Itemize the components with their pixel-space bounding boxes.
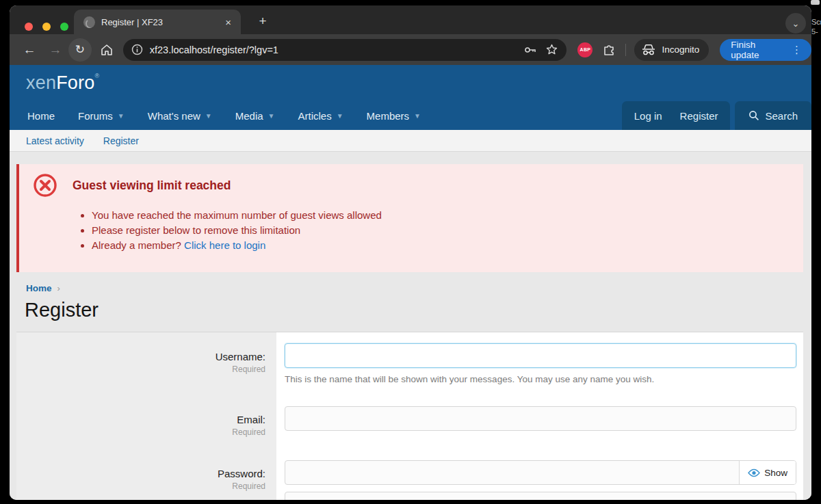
incognito-label: Incognito bbox=[662, 44, 699, 55]
password-input-cell: Show bbox=[276, 460, 803, 492]
page-content: Guest viewing limit reached You have rea… bbox=[10, 152, 811, 500]
username-label: Username: bbox=[16, 351, 265, 362]
window-controls bbox=[25, 23, 68, 31]
chevron-down-icon: ▼ bbox=[268, 112, 275, 120]
eye-icon bbox=[748, 468, 760, 477]
reload-button[interactable]: ↻ bbox=[68, 38, 92, 62]
browser-menu-kebab-icon[interactable]: ⋮ bbox=[786, 44, 807, 56]
browser-toolbar: ← → ↻ xf23.localhost/register/?lgv=1 bbox=[10, 34, 811, 65]
finish-update-label: Finish update bbox=[731, 40, 786, 60]
search-label: Search bbox=[765, 110, 798, 122]
registration-form: Username: Required This is the name that… bbox=[16, 332, 803, 500]
password-input-group: Show bbox=[285, 460, 796, 485]
guest-limit-error-banner: Guest viewing limit reached You have rea… bbox=[16, 164, 803, 272]
confirm-password-input[interactable] bbox=[285, 492, 796, 500]
password-required: Required bbox=[16, 481, 265, 491]
url-text[interactable]: xf23.localhost/register/?lgv=1 bbox=[150, 44, 516, 55]
chevron-down-icon: ▼ bbox=[205, 112, 212, 120]
tab-search-button[interactable]: ⌄ bbox=[785, 13, 806, 34]
error-member-prefix: Already a member? bbox=[92, 239, 184, 251]
logo-reg-mark: ® bbox=[94, 72, 99, 79]
breadcrumb-home-link[interactable]: Home bbox=[26, 283, 52, 293]
password-manager-icon[interactable] bbox=[523, 43, 537, 57]
incognito-icon bbox=[641, 44, 656, 56]
forward-button[interactable]: → bbox=[45, 42, 66, 57]
error-circle-x-icon bbox=[33, 173, 57, 198]
xenforo-logo[interactable]: xenForo® bbox=[26, 72, 99, 94]
tab-strip: Register | XF23 × + ⌄ bbox=[10, 5, 811, 34]
browser-tab[interactable]: Register | XF23 × bbox=[74, 10, 241, 34]
page-title: Register bbox=[25, 299, 803, 321]
password-input[interactable] bbox=[285, 461, 739, 484]
nav-item-members[interactable]: Members▼ bbox=[367, 110, 421, 122]
chevron-right-icon: › bbox=[57, 283, 60, 293]
main-navigation: Home Forums▼ What's new▼ Media▼ Articles… bbox=[10, 101, 811, 130]
username-hint: This is the name that will be shown with… bbox=[285, 374, 796, 384]
finish-update-button[interactable]: Finish update ⋮ bbox=[720, 39, 811, 61]
address-bar[interactable]: xf23.localhost/register/?lgv=1 bbox=[123, 39, 567, 61]
subnav-latest-activity[interactable]: Latest activity bbox=[26, 135, 84, 146]
search-button[interactable]: Search bbox=[735, 101, 811, 130]
email-input[interactable] bbox=[285, 406, 796, 431]
nav-item-media[interactable]: Media▼ bbox=[235, 110, 275, 122]
desktop-icon-fragment bbox=[811, 0, 820, 5]
username-required: Required bbox=[16, 364, 265, 374]
subnav-register[interactable]: Register bbox=[103, 135, 139, 146]
desktop-label-fragment: 5- bbox=[811, 27, 818, 36]
username-input-cell: This is the name that will be shown with… bbox=[276, 332, 803, 406]
home-icon bbox=[100, 43, 114, 57]
home-button[interactable] bbox=[96, 43, 118, 57]
desktop-label-fragment: Scr bbox=[811, 18, 821, 27]
site-header: xenForo® bbox=[10, 65, 811, 101]
error-message-list: You have reached the maximum number of g… bbox=[92, 208, 790, 253]
show-password-button[interactable]: Show bbox=[739, 461, 796, 484]
incognito-badge: Incognito bbox=[634, 39, 709, 61]
logo-foro: Foro bbox=[56, 72, 94, 93]
login-link[interactable]: Log in bbox=[634, 110, 662, 122]
chevron-down-icon: ▼ bbox=[337, 112, 343, 120]
email-input-cell bbox=[276, 406, 803, 460]
chevron-down-icon: ▼ bbox=[118, 112, 125, 120]
browser-window: Register | XF23 × + ⌄ ← → ↻ bbox=[10, 5, 811, 500]
username-input[interactable] bbox=[285, 343, 796, 368]
bookmark-star-icon[interactable] bbox=[545, 43, 558, 56]
search-icon bbox=[748, 110, 759, 121]
reload-icon: ↻ bbox=[75, 42, 85, 57]
error-item: Already a member? Click here to login bbox=[92, 238, 790, 253]
tab-close-icon[interactable]: × bbox=[222, 15, 234, 29]
show-password-label: Show bbox=[764, 468, 787, 478]
zoom-window-button[interactable] bbox=[60, 23, 68, 31]
nav-item-forums[interactable]: Forums▼ bbox=[78, 110, 125, 122]
register-link[interactable]: Register bbox=[680, 110, 718, 122]
nav-item-home[interactable]: Home bbox=[27, 110, 55, 122]
favicon-icon bbox=[83, 16, 95, 28]
error-item: You have reached the maximum number of g… bbox=[92, 208, 790, 223]
back-button[interactable]: ← bbox=[19, 42, 40, 57]
auth-block: Log in Register bbox=[622, 101, 731, 130]
nav-item-articles[interactable]: Articles▼ bbox=[298, 110, 343, 122]
confirm-input-cell bbox=[276, 492, 803, 500]
logo-xen: xen bbox=[26, 72, 56, 93]
tab-title: Register | XF23 bbox=[101, 17, 222, 27]
toolbar-divider bbox=[625, 44, 626, 56]
sub-navigation: Latest activity Register bbox=[10, 130, 811, 152]
adblock-extension-icon[interactable]: ABP bbox=[577, 42, 592, 57]
site-info-icon[interactable] bbox=[131, 44, 143, 55]
nav-item-whats-new[interactable]: What's new▼ bbox=[148, 110, 212, 122]
breadcrumb: Home › bbox=[26, 283, 803, 293]
extensions-puzzle-icon[interactable] bbox=[602, 43, 616, 57]
email-required: Required bbox=[16, 427, 265, 437]
login-here-link[interactable]: Click here to login bbox=[184, 239, 265, 251]
new-tab-button[interactable]: + bbox=[253, 12, 272, 31]
confirm-label-cell bbox=[16, 492, 276, 500]
error-title: Guest viewing limit reached bbox=[73, 178, 231, 193]
email-label: Email: bbox=[16, 414, 265, 425]
error-item: Please register below to remove this lim… bbox=[92, 223, 790, 238]
chevron-down-icon: ▼ bbox=[414, 112, 421, 120]
username-label-cell: Username: Required bbox=[16, 332, 276, 406]
close-window-button[interactable] bbox=[25, 23, 33, 31]
password-label: Password: bbox=[16, 468, 265, 479]
password-label-cell: Password: Required bbox=[16, 460, 276, 492]
minimize-window-button[interactable] bbox=[42, 23, 51, 31]
email-label-cell: Email: Required bbox=[16, 406, 276, 460]
